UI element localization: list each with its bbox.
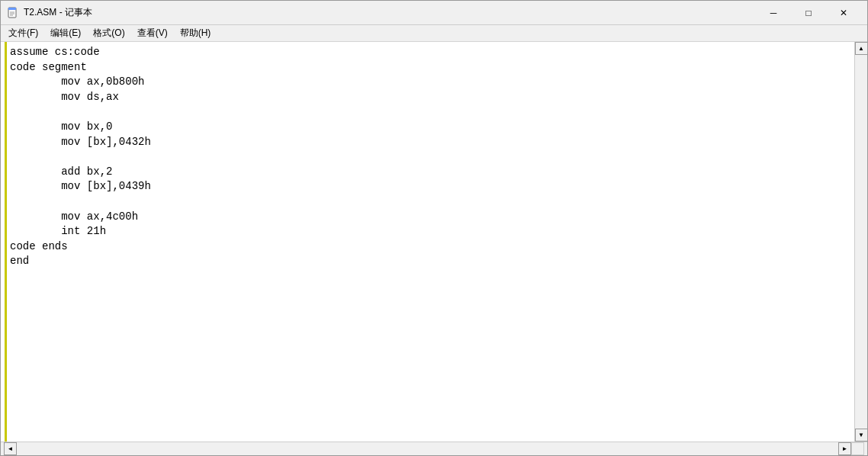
scroll-down-button[interactable]: ▼	[855, 429, 868, 442]
app-icon	[7, 7, 19, 19]
scroll-track-v[interactable]	[855, 55, 867, 429]
maximize-button[interactable]: □	[791, 1, 826, 25]
scroll-right-button[interactable]: ►	[838, 442, 851, 455]
window-title: T2.ASM - 记事本	[24, 6, 756, 19]
menu-file[interactable]: 文件(F)	[2, 25, 44, 41]
vertical-scrollbar: ▲ ▼	[854, 42, 867, 442]
window-controls: ─ □ ✕	[756, 1, 861, 25]
code-editor[interactable]: assume cs:code code segment mov ax,0b800…	[7, 42, 854, 442]
svg-rect-1	[8, 8, 16, 10]
scroll-track-h[interactable]	[17, 442, 838, 455]
horizontal-scrollbar: ◄ ►	[4, 442, 851, 455]
editor-area: assume cs:code code segment mov ax,0b800…	[1, 42, 867, 442]
menu-help[interactable]: 帮助(H)	[174, 25, 217, 41]
scroll-up-button[interactable]: ▲	[855, 42, 868, 55]
status-bar: ◄ ►	[1, 442, 867, 455]
menu-bar: 文件(F) 编辑(E) 格式(O) 查看(V) 帮助(H)	[1, 25, 867, 42]
scroll-corner	[851, 442, 864, 455]
menu-format[interactable]: 格式(O)	[87, 25, 130, 41]
title-bar: T2.ASM - 记事本 ─ □ ✕	[1, 1, 867, 25]
close-button[interactable]: ✕	[826, 1, 861, 25]
left-margin	[1, 42, 7, 442]
menu-view[interactable]: 查看(V)	[131, 25, 174, 41]
minimize-button[interactable]: ─	[756, 1, 791, 25]
scroll-left-button[interactable]: ◄	[4, 442, 17, 455]
main-window: T2.ASM - 记事本 ─ □ ✕ 文件(F) 编辑(E) 格式(O) 查看(…	[0, 0, 868, 456]
menu-edit[interactable]: 编辑(E)	[44, 25, 87, 41]
